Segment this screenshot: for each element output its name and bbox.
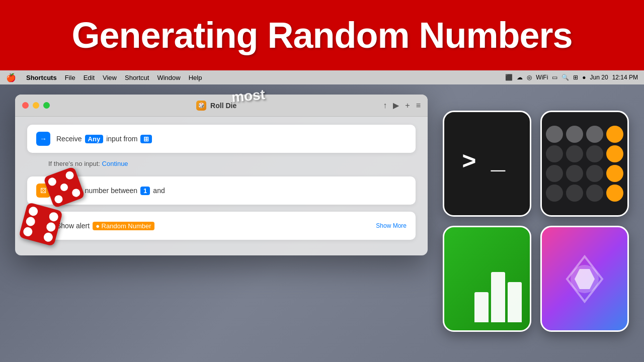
calc-btn-1 [546,185,563,202]
settings-button[interactable]: ≡ [416,101,421,110]
add-action-button[interactable]: + [405,101,410,110]
dot [71,188,81,198]
window-minimize-button[interactable] [33,102,39,109]
source-tag[interactable]: ⊞ [140,135,152,143]
svg-text:> _: > _ [462,149,506,176]
calc-btn-4 [546,165,563,182]
window-titlebar: 🎲 Roll Die ↑ ▶ + ≡ [15,95,428,117]
menu-bar-date: Jun 20 [590,74,608,81]
dot [47,176,57,187]
dot [59,182,69,192]
random-number-block[interactable]: ⚄ Random number between 1 and [27,176,416,205]
no-input-label: If there's no input: [48,160,102,167]
calc-row-3 [546,165,623,182]
menu-help[interactable]: Help [189,74,202,81]
share-button[interactable]: ↑ [383,101,387,110]
menu-bar-icon-control[interactable]: ⊞ [573,74,578,81]
any-tag[interactable]: Any [85,135,104,143]
app-icons-grid: > _ [438,106,634,337]
menu-bar-icon-battery: ● [582,74,586,81]
show-alert-label: Show alert [56,222,90,230]
dot [65,170,75,180]
calc-btn-7 [546,145,563,162]
menu-view[interactable]: View [103,74,117,81]
window-toolbar: ↑ ▶ + ≡ [383,101,421,110]
shortcuts-svg [557,251,612,307]
show-more-button[interactable]: Show More [376,222,407,229]
terminal-svg: > _ [457,139,517,189]
calculator-app-icon[interactable] [540,111,629,217]
menu-shortcut[interactable]: Shortcut [125,74,149,81]
menu-bar-icon-camera[interactable]: ⬛ [505,74,513,81]
calc-btn-8 [566,145,583,162]
window-maximize-button[interactable] [43,102,50,109]
calc-btn-ac [546,126,563,143]
calc-row-2 [546,145,623,162]
menu-bar-icon-wifi[interactable]: WiFi [536,74,548,81]
menu-bar-icon-screen[interactable]: ▭ [552,74,557,81]
and-label: and [153,187,165,195]
calc-btn-5 [566,165,583,182]
window-close-button[interactable] [22,102,29,109]
most-logo-text: most [231,86,266,105]
calc-btn-2 [566,185,583,202]
continue-link[interactable]: Continue [102,160,128,167]
terminal-app-icon[interactable]: > _ [443,111,531,217]
calc-btn-9 [586,145,603,162]
shortcuts-app-icon[interactable] [540,226,629,332]
calc-btn-3 [586,185,603,202]
title-text: Generating Random Numbers [71,15,572,56]
receive-action-icon: → [36,132,50,146]
numbers-app-icon[interactable] [443,226,531,332]
calc-row-1 [546,126,623,143]
bar-1 [474,292,489,322]
show-alert-block[interactable]: ☐ Show alert ● Random Number Show More [27,212,416,240]
min-value-tag[interactable]: 1 [140,187,150,195]
no-input-row: If there's no input: Continue [27,160,416,169]
chart-bars [474,262,522,322]
menu-bar-right: ⬛ ☁ ◎ WiFi ▭ 🔍 ⊞ ● Jun 20 12:14 PM [505,74,638,81]
receive-action-block[interactable]: → Receive Any input from ⊞ [27,125,416,153]
roll-die-icon: 🎲 [196,101,206,111]
calc-btn-neg [566,126,583,143]
play-button[interactable]: ▶ [393,101,399,110]
menu-bar: 🍎 Shortcuts File Edit View Shortcut Wind… [0,70,644,84]
calc-btn-add [606,185,623,202]
menu-bar-icon-location[interactable]: ◎ [527,74,532,81]
receive-action-text: Receive Any input from ⊞ [56,135,152,143]
calc-btn-6 [586,165,603,182]
dot [53,194,63,204]
menu-edit[interactable]: Edit [84,74,95,81]
menu-bar-time: 12:14 PM [612,74,638,81]
menu-shortcuts[interactable]: Shortcuts [26,74,57,81]
random-number-tag[interactable]: ● Random Number [93,222,154,230]
calc-btn-mul [606,145,623,162]
alert-action-text: Show alert ● Random Number [56,222,154,230]
receive-label: Receive [56,135,82,143]
most-logo: most [231,86,266,106]
bar-3 [508,282,522,322]
menu-file[interactable]: File [65,74,75,81]
window-title: 🎲 Roll Die [54,101,379,111]
calc-btn-sub [606,165,623,182]
apple-logo[interactable]: 🍎 [6,73,16,82]
calc-row-4 [546,185,623,202]
calc-btn-pct [586,126,603,143]
menu-window[interactable]: Window [157,74,180,81]
bar-2 [491,272,505,322]
menu-bar-icon-search[interactable]: 🔍 [561,74,569,81]
menu-bar-icon-cloud[interactable]: ☁ [517,74,523,81]
input-from-label: input from [106,135,137,143]
calc-btn-div [606,126,623,143]
title-banner: Generating Random Numbers [0,0,644,70]
